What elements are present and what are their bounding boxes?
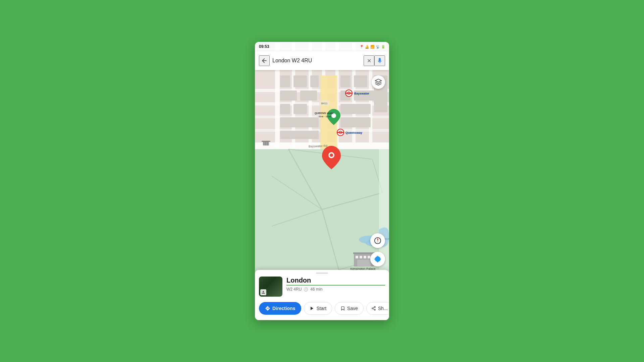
svg-text:Queensway: Queensway <box>345 131 362 134</box>
svg-line-82 <box>373 309 374 309</box>
travel-time: 46 min <box>310 287 322 292</box>
bottom-panel: London W2 4RU 🕐 46 min Directions Star <box>255 270 389 320</box>
place-info: London W2 4RU 🕐 46 min <box>286 277 385 292</box>
share-label: Sh... <box>378 306 388 311</box>
search-bar: London W2 4RU ✕ <box>255 51 389 70</box>
svg-rect-20 <box>280 104 290 114</box>
svg-point-61 <box>330 154 333 157</box>
svg-point-79 <box>374 306 376 308</box>
svg-rect-24 <box>340 75 351 87</box>
svg-rect-21 <box>293 104 307 114</box>
mic-button[interactable] <box>374 55 385 66</box>
svg-rect-71 <box>357 260 371 266</box>
svg-rect-23 <box>280 131 319 139</box>
place-details: W2 4RU 🕐 46 min <box>286 287 385 292</box>
save-button[interactable]: Save <box>335 302 364 315</box>
svg-rect-25 <box>354 75 367 87</box>
compass-button[interactable] <box>370 233 385 248</box>
signal-status-icon: 📡 <box>376 45 380 49</box>
volume-status-icon: 🔔 <box>365 45 369 49</box>
thumbnail-streetview-icon <box>260 289 266 295</box>
place-thumbnail[interactable] <box>259 277 282 297</box>
back-button[interactable] <box>259 55 270 66</box>
svg-point-77 <box>263 291 264 292</box>
svg-rect-58 <box>266 142 267 145</box>
share-button[interactable]: Sh... <box>366 302 389 315</box>
status-bar: 09:53 📍 🔔 📶 📡 🔋 <box>255 42 389 51</box>
start-label: Start <box>316 306 326 311</box>
svg-marker-76 <box>377 241 378 244</box>
directions-label: Directions <box>272 306 295 311</box>
svg-rect-17 <box>310 75 319 87</box>
svg-text:QUEENS skate: QUEENS skate <box>315 112 334 115</box>
clear-search-button[interactable]: ✕ <box>364 55 374 66</box>
status-icons: 📍 🔔 📶 📡 🔋 <box>360 45 385 49</box>
svg-rect-28 <box>340 104 371 114</box>
svg-rect-65 <box>353 252 375 254</box>
svg-rect-59 <box>268 142 269 145</box>
svg-rect-56 <box>262 141 270 142</box>
svg-rect-66 <box>356 256 358 258</box>
svg-text:· dine · bowl: · dine · bowl <box>317 115 331 118</box>
panel-handle <box>316 273 328 274</box>
svg-rect-68 <box>364 256 366 258</box>
svg-rect-15 <box>280 75 290 87</box>
layer-button[interactable] <box>372 75 385 89</box>
location-status-icon: 📍 <box>360 45 364 49</box>
my-location-button[interactable] <box>370 252 385 266</box>
svg-rect-18 <box>280 90 297 101</box>
battery-status-icon: 🔋 <box>381 45 385 49</box>
svg-line-83 <box>373 307 374 308</box>
panel-content: London W2 4RU 🕐 46 min <box>255 277 389 299</box>
svg-rect-19 <box>300 90 317 101</box>
svg-rect-22 <box>280 117 319 127</box>
svg-marker-75 <box>377 238 378 241</box>
svg-rect-29 <box>340 117 371 127</box>
svg-marker-78 <box>311 307 313 310</box>
clock-icon: 🕐 <box>304 287 308 292</box>
place-name: London <box>286 277 385 286</box>
directions-button[interactable]: Directions <box>259 302 301 315</box>
status-time: 09:53 <box>259 44 269 49</box>
save-label: Save <box>347 306 358 311</box>
wifi-status-icon: 📶 <box>370 45 374 49</box>
svg-point-81 <box>374 309 376 310</box>
svg-rect-67 <box>360 256 362 258</box>
svg-text:Bayswater Rd: Bayswater Rd <box>309 144 327 148</box>
svg-text:Bayswater: Bayswater <box>354 92 370 95</box>
svg-rect-57 <box>264 142 265 145</box>
svg-text:B411: B411 <box>321 102 328 105</box>
svg-rect-16 <box>293 75 307 87</box>
action-buttons: Directions Start Save <box>255 299 389 320</box>
svg-point-80 <box>372 308 373 309</box>
start-button[interactable]: Start <box>304 302 332 315</box>
place-subtitle: W2 4RU <box>286 287 302 292</box>
svg-point-47 <box>347 92 350 95</box>
search-query[interactable]: London W2 4RU <box>270 58 364 64</box>
svg-rect-69 <box>368 256 370 258</box>
svg-point-50 <box>339 131 342 134</box>
